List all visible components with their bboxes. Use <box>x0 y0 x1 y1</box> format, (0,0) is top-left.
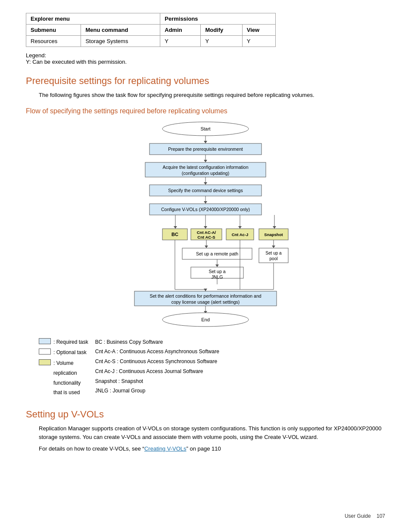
section2-body2-prefix: For details on how to create V-VOLs, see… <box>39 445 144 452</box>
table-subheader-view: View <box>242 25 275 36</box>
footer-text: User Guide <box>345 513 371 519</box>
svg-marker-12 <box>204 182 207 185</box>
table-cell-admin-y: Y <box>160 36 201 47</box>
svg-marker-3 <box>204 141 207 143</box>
svg-marker-16 <box>204 201 207 204</box>
table-cell-resources: Resources <box>26 36 81 47</box>
legend-optional-row: : Optional task <box>39 348 88 358</box>
legend-cnt-ac-j: Cnt Ac-J : Continuous Access Journal Sof… <box>95 367 219 376</box>
flow-legend-container: : Required task : Optional task : Volume… <box>39 337 385 399</box>
table-subheader-submenu: Submenu <box>26 25 81 36</box>
svg-text:Prepare the prerequisite envir: Prepare the prerequisite environment <box>168 146 243 152</box>
svg-marker-20 <box>174 226 177 229</box>
legend-cnt-ac-s: Cnt Ac-S : Continuous Access Synchronous… <box>95 357 219 367</box>
svg-text:Set up a: Set up a <box>265 251 282 255</box>
svg-text:Cnt Ac-J: Cnt Ac-J <box>232 232 249 237</box>
svg-text:pool: pool <box>270 256 278 261</box>
svg-marker-46 <box>215 264 219 267</box>
legend-required-text: : Required task <box>53 337 88 347</box>
table-subheader-modify: Modify <box>201 25 242 36</box>
legend-required-row: : Required task <box>39 337 88 347</box>
legend-title: Legend: <box>26 52 385 59</box>
svg-text:copy license usage (alert sett: copy license usage (alert settings) <box>171 299 240 305</box>
svg-marker-7 <box>204 160 207 162</box>
creating-vvols-link[interactable]: Creating V-VOLs <box>144 445 187 452</box>
footer-page: 107 <box>377 513 385 519</box>
flowchart: Start Prepare the prerequisite environme… <box>106 119 305 330</box>
legend-required-box <box>39 338 51 344</box>
svg-marker-22 <box>204 226 207 229</box>
table-header-permissions: Permissions <box>160 13 276 25</box>
section2-body2: For details on how to create V-VOLs, see… <box>39 445 385 453</box>
legend-label: Legend: Y: Can be executed with this per… <box>26 52 385 65</box>
flow-legend-abbrs: BC : Business Copy Software Cnt Ac-A : C… <box>95 337 219 399</box>
svg-text:Set up a: Set up a <box>209 269 225 274</box>
table-subheader-admin: Admin <box>160 25 201 36</box>
table-subheader-menucommand: Menu command <box>81 25 160 36</box>
section1-heading: Prerequisite settings for replicating vo… <box>26 75 385 87</box>
page-footer: User Guide 107 <box>345 513 385 519</box>
section1-body: The following figures show the task flow… <box>39 91 385 100</box>
section2-heading: Setting up V-VOLs <box>26 409 385 420</box>
legend-volume-row: : Volumereplicationfunctionalitythat is … <box>39 358 88 398</box>
svg-text:Set the alert conditions for p: Set the alert conditions for performance… <box>149 293 261 299</box>
legend-cnt-ac-a: Cnt Ac-A : Continuous Access Asynchronou… <box>95 347 219 357</box>
section2-body1: Replication Manager supports creation of… <box>39 424 385 441</box>
table-cell-modify-y: Y <box>201 36 242 47</box>
svg-text:(configuration updating): (configuration updating) <box>182 171 229 176</box>
svg-marker-41 <box>272 246 275 248</box>
permission-table: Explorer menu Permissions Submenu Menu c… <box>26 13 276 47</box>
svg-text:Set up a remote path: Set up a remote path <box>196 251 238 256</box>
svg-text:Configure V-VOLs (XP24000/XP20: Configure V-VOLs (XP24000/XP20000 only) <box>161 207 250 212</box>
svg-text:Snapshot: Snapshot <box>264 232 283 237</box>
legend-snapshot: Snapshot : Snapshot <box>95 376 219 386</box>
legend-jnlg: JNLG : Journal Group <box>95 386 219 396</box>
svg-text:Start: Start <box>200 126 210 131</box>
svg-text:Cnt AC-S: Cnt AC-S <box>197 235 215 240</box>
svg-marker-26 <box>273 226 276 229</box>
section2-body2-suffix: ” on page 110 <box>187 445 221 452</box>
flow-legend-boxes: : Required task : Optional task : Volume… <box>39 337 88 399</box>
legend-y-desc: Y: Can be executed with this permission. <box>26 59 385 65</box>
legend-volume-text: : Volumereplicationfunctionalitythat is … <box>53 358 81 398</box>
subsection1-heading: Flow of specifying the settings required… <box>26 107 385 115</box>
table-cell-storage-systems: Storage Systems <box>81 36 160 47</box>
table-header-explorer: Explorer menu <box>26 13 160 25</box>
svg-marker-37 <box>205 246 208 248</box>
svg-text:Acquire the latest configurati: Acquire the latest configuration informa… <box>162 165 248 170</box>
svg-text:Specify the command device set: Specify the command device settings <box>168 188 243 193</box>
flowchart-svg: Start Prepare the prerequisite environme… <box>106 119 305 330</box>
svg-text:BC: BC <box>171 232 178 237</box>
legend-volume-box <box>39 359 51 365</box>
svg-marker-24 <box>238 226 242 229</box>
legend-optional-box <box>39 348 51 355</box>
svg-text:Cnt AC-A/: Cnt AC-A/ <box>197 230 216 235</box>
svg-text:End: End <box>201 317 210 322</box>
legend-bc: BC : Business Copy Software <box>95 337 219 347</box>
table-cell-view-y: Y <box>242 36 275 47</box>
legend-optional-text: : Optional task <box>53 348 87 358</box>
